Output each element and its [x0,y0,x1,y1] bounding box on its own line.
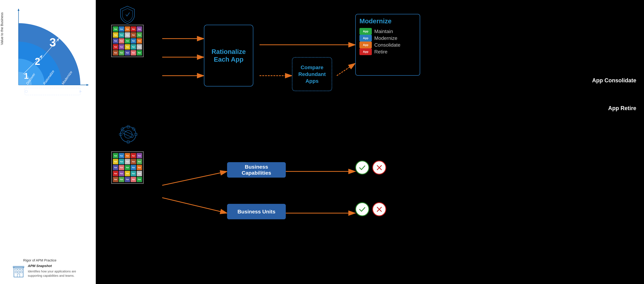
svg-line-34 [162,172,227,185]
svg-line-35 [162,198,227,213]
outcome-row: AppModernize [360,35,416,42]
svg-marker-1 [18,8,20,11]
modernize-outcome-box: Modernize AppMaintainAppModernizeAppCons… [355,14,420,76]
app-grid-top: AppAppAppAppAppAppAppAppAppAppAppAppAppA… [111,25,144,57]
outcome-row: AppConsolidate [360,42,416,48]
right-panel: AppAppAppAppAppAppAppAppAppAppAppAppAppA… [96,0,644,284]
y-axis-label: Value to the Business [0,12,4,45]
svg-point-16 [25,90,28,93]
outcome-badge: App [360,28,372,35]
left-panel: Value to the Business 1 2 3 Discover Rat… [0,0,96,284]
outcome-label: Modernize [374,35,397,41]
outcome-row: AppMaintain [360,28,416,35]
biz-cap-check-x [355,160,386,174]
biz-units-x [372,202,386,216]
shield-icon [118,5,138,25]
rationalize-box: Rationalize Each App [204,25,253,86]
apm-snapshot-text: APM Snapshot Identifies how your applica… [28,264,77,278]
outcome-badge: App [360,48,372,55]
biz-units-check [355,202,369,216]
biz-units-label: Business Units [238,209,276,215]
x-axis-label: Rigor of APM Practice [23,258,56,262]
biz-units-box: Business Units [227,204,286,219]
outcome-badge: App [360,42,372,48]
apm-snapshot: APM Snapshot Identifies how your applica… [12,264,77,278]
biz-capabilities-box: Business Capabilities [227,162,286,178]
shield-icon-area [118,5,138,25]
biz-cap-x [372,160,386,174]
app-consolidate-label: App Consolidate [592,77,636,84]
outcome-badge: App [360,35,372,42]
gear-icon-area [118,124,139,146]
svg-marker-3 [86,84,89,86]
svg-line-33 [337,63,355,76]
svg-rect-25 [17,274,20,277]
outcome-label: Retire [374,49,388,55]
compare-box: Compare Redundant Apps [292,57,332,91]
svg-rect-20 [18,268,20,270]
svg-text:3: 3 [50,36,56,49]
svg-rect-23 [18,271,20,273]
svg-rect-19 [15,268,17,270]
biz-capabilities-label: Business Capabilities [232,164,281,176]
outcome-row: AppRetire [360,48,416,55]
apm-snapshot-title: APM Snapshot [28,264,77,268]
svg-rect-24 [20,271,22,273]
modernize-title: Modernize [360,18,416,25]
biz-cap-check [355,160,369,174]
rationalize-label: Rationalize Each App [204,48,253,64]
app-retire-label: App Retire [608,105,636,112]
app-grid-bottom: AppAppAppAppAppAppAppAppAppAppAppAppAppA… [111,151,144,184]
svg-rect-21 [20,268,22,270]
svg-point-38 [120,127,136,142]
compare-label: Compare Redundant Apps [292,64,332,84]
svg-marker-15 [80,90,82,93]
apm-snapshot-desc: Identifies how your applications are sup… [28,269,77,278]
svg-rect-22 [15,271,17,273]
biz-units-check-x [355,202,386,216]
building-icon [12,264,25,278]
outcome-label: Consolidate [374,42,400,48]
quadrant-chart: 1 2 3 Discover Rationalize Modernize [9,8,91,96]
outcome-label: Maintain [374,28,393,34]
right-panel-inner: AppAppAppAppAppAppAppAppAppAppAppAppAppA… [96,0,644,284]
gear-icon [118,124,139,145]
svg-rect-14 [25,88,80,95]
